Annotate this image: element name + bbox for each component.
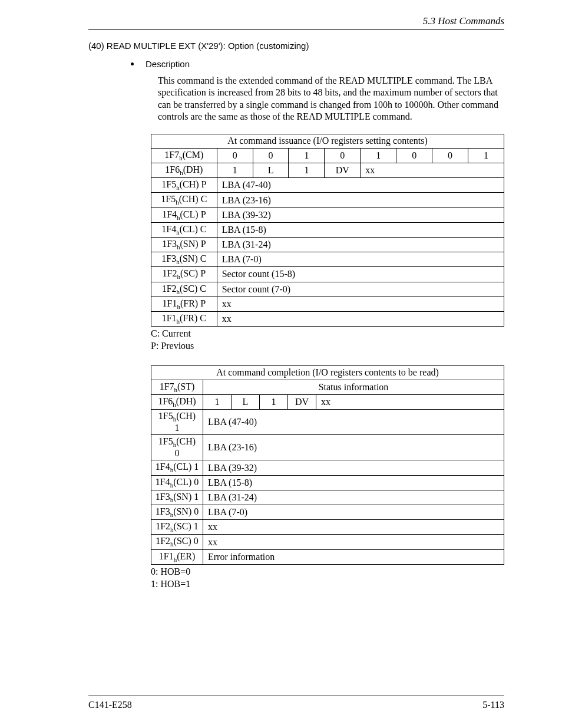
register-label: 1F1h(FR) C — [151, 311, 217, 326]
bit-cell: 0 — [432, 148, 468, 163]
section-title: (40) READ MULTIPLE EXT (X'29'): Option (… — [88, 41, 504, 51]
register-value: LBA (23-16) — [217, 193, 504, 207]
register-label: 1F2h(SC) 1 — [151, 520, 203, 535]
bit-cell: 0 — [396, 148, 432, 163]
bit-cell: L — [253, 163, 289, 178]
register-value: Error information — [203, 549, 504, 564]
bit-cell: 0 — [325, 148, 361, 163]
register-value: Status information — [203, 380, 504, 394]
table-row: 1F4h(CL) PLBA (39-32) — [151, 207, 504, 222]
bullet-icon — [131, 62, 134, 65]
register-label: 1F2h(SC) C — [151, 282, 217, 297]
register-label: 1F4h(CL) 1 — [151, 460, 203, 475]
bit-cell: 0 — [217, 148, 253, 163]
register-label: 1F1h(FR) P — [151, 297, 217, 311]
page-footer: C141-E258 5-113 — [88, 696, 504, 710]
register-value: LBA (31-24) — [203, 490, 504, 505]
legend-c: C: Current — [151, 328, 504, 340]
register-label: 1F4h(CL) 0 — [151, 475, 203, 490]
bit-cell: 1 — [260, 394, 288, 409]
header-text: 5.3 Host Commands — [423, 15, 504, 27]
table-row: 1F4h(CL) 0LBA (15-8) — [151, 475, 504, 490]
description-heading: Description — [131, 59, 504, 69]
register-value: Sector count (7-0) — [217, 282, 504, 297]
bit-cell: xx — [361, 163, 504, 178]
register-value: LBA (39-32) — [217, 207, 504, 222]
bit-cell: DV — [325, 163, 361, 178]
table-row: 1F1h(ER)Error information — [151, 549, 504, 564]
bit-cell: 1 — [468, 148, 504, 163]
register-label: 1F6h(DH) — [151, 163, 217, 178]
register-value: LBA (7-0) — [203, 505, 504, 520]
register-value: LBA (23-16) — [203, 435, 504, 460]
table-row: 1F3h(SN) CLBA (7-0) — [151, 252, 504, 267]
register-value: LBA (7-0) — [217, 252, 504, 267]
register-value: LBA (39-32) — [203, 460, 504, 475]
table-row: 1F3h(SN) 0LBA (7-0) — [151, 505, 504, 520]
register-value: LBA (15-8) — [203, 475, 504, 490]
bit-cell: 0 — [253, 148, 289, 163]
table-row: 1F7h(ST)Status information — [151, 380, 504, 394]
completion-legend: 0: HOB=0 1: HOB=1 — [151, 566, 504, 591]
register-label: 1F4h(CL) C — [151, 222, 217, 237]
register-label: 1F7h(ST) — [151, 380, 203, 394]
register-label: 1F3h(SN) P — [151, 238, 217, 252]
table-row: 1F4h(CL) CLBA (15-8) — [151, 222, 504, 237]
register-label: 1F7h(CM) — [151, 148, 217, 163]
table-row: 1F2h(SC) 1xx — [151, 520, 504, 535]
register-label: 1F3h(SN) 1 — [151, 490, 203, 505]
table-row: 1F7h(CM)00101001 — [151, 148, 504, 163]
register-value: xx — [203, 520, 504, 535]
table-row: 1F2h(SC) CSector count (7-0) — [151, 282, 504, 297]
legend-p: P: Previous — [151, 340, 504, 353]
register-value: xx — [217, 297, 504, 311]
register-label: 1F3h(SN) C — [151, 252, 217, 267]
register-label: 1F2h(SC) P — [151, 267, 217, 282]
register-value: LBA (15-8) — [217, 222, 504, 237]
register-value: LBA (47-40) — [203, 410, 504, 435]
description-body: This command is the extended command of … — [158, 75, 504, 123]
register-label: 1F5h(CH) 1 — [151, 410, 203, 435]
bit-cell: DV — [288, 394, 316, 409]
completion-table: At command completion (I/O registers con… — [151, 365, 504, 565]
register-value: Sector count (15-8) — [217, 267, 504, 282]
bit-cell: 1 — [289, 163, 325, 178]
bit-cell: L — [232, 394, 260, 409]
table-row: 1F3h(SN) PLBA (31-24) — [151, 238, 504, 252]
register-label: 1F5h(CH) P — [151, 178, 217, 193]
register-label: 1F6h(DH) — [151, 394, 203, 409]
table-row: 1F6h(DH)1L1DVxx — [151, 394, 504, 409]
bit-cell: 1 — [361, 148, 396, 163]
register-label: 1F5h(CH) 0 — [151, 435, 203, 460]
table-row: 1F5h(CH) 1LBA (47-40) — [151, 410, 504, 435]
table-row: 1F1h(FR) Pxx — [151, 297, 504, 311]
register-value: LBA (47-40) — [217, 178, 504, 193]
table-row: 1F2h(SC) 0xx — [151, 535, 504, 549]
table-row: 1F4h(CL) 1LBA (39-32) — [151, 460, 504, 475]
table-row: 1F5h(CH) PLBA (47-40) — [151, 178, 504, 193]
register-label: 1F3h(SN) 0 — [151, 505, 203, 520]
table-row: 1F5h(CH) CLBA (23-16) — [151, 193, 504, 207]
footer-left: C141-E258 — [88, 700, 132, 710]
register-label: 1F5h(CH) C — [151, 193, 217, 207]
footer-right: 5-113 — [482, 700, 504, 710]
page-header: 5.3 Host Commands — [88, 15, 504, 30]
bit-cell: xx — [316, 394, 504, 409]
issuance-table: At command issuance (I/O registers setti… — [151, 134, 504, 327]
register-label: 1F2h(SC) 0 — [151, 535, 203, 549]
issuance-legend: C: Current P: Previous — [151, 328, 504, 353]
table-row: 1F6h(DH)1L1DVxx — [151, 163, 504, 178]
description-label: Description — [146, 59, 190, 69]
register-label: 1F4h(CL) P — [151, 207, 217, 222]
bit-cell: 1 — [289, 148, 325, 163]
table-row: 1F1h(FR) Cxx — [151, 311, 504, 326]
table-row: 1F3h(SN) 1LBA (31-24) — [151, 490, 504, 505]
issuance-table-title: At command issuance (I/O registers setti… — [151, 134, 504, 148]
legend-1: 1: HOB=1 — [151, 578, 504, 591]
register-value: LBA (31-24) — [217, 238, 504, 252]
bit-cell: 1 — [203, 394, 232, 409]
bit-cell: 1 — [217, 163, 253, 178]
completion-table-title: At command completion (I/O registers con… — [151, 365, 504, 380]
legend-0: 0: HOB=0 — [151, 566, 504, 578]
register-value: xx — [217, 311, 504, 326]
